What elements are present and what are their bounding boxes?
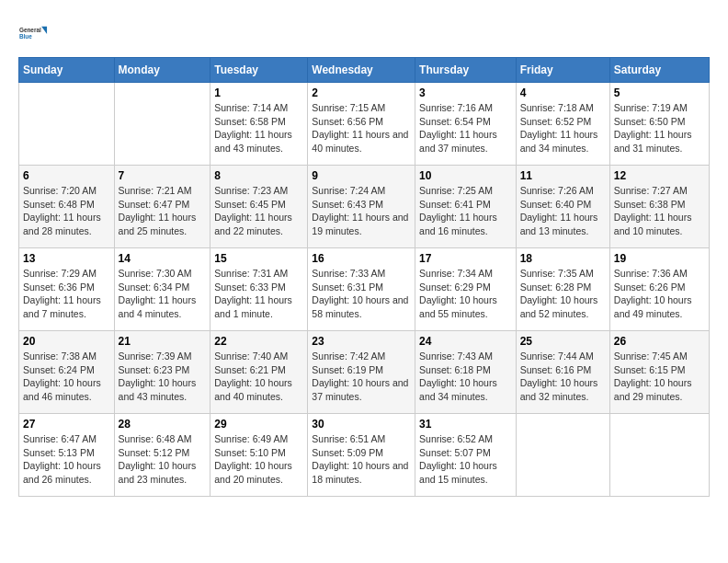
day-info: Sunrise: 7:39 AMSunset: 6:23 PMDaylight:… <box>119 350 207 404</box>
day-info: Sunrise: 7:35 AMSunset: 6:28 PMDaylight:… <box>520 267 606 321</box>
day-number: 28 <box>119 418 207 431</box>
day-number: 7 <box>119 169 207 182</box>
calendar-header-row: SundayMondayTuesdayWednesdayThursdayFrid… <box>19 58 710 83</box>
calendar-cell: 4Sunrise: 7:18 AMSunset: 6:52 PMDaylight… <box>516 83 609 166</box>
calendar-cell: 5Sunrise: 7:19 AMSunset: 6:50 PMDaylight… <box>609 83 709 166</box>
calendar-cell: 11Sunrise: 7:26 AMSunset: 6:40 PMDayligh… <box>516 166 609 248</box>
day-number: 1 <box>214 86 303 99</box>
calendar-cell: 16Sunrise: 7:33 AMSunset: 6:31 PMDayligh… <box>308 248 415 331</box>
day-info: Sunrise: 7:45 AMSunset: 6:15 PMDaylight:… <box>614 350 705 404</box>
calendar-week-row: 27Sunrise: 6:47 AMSunset: 5:13 PMDayligh… <box>19 414 710 497</box>
day-number: 24 <box>419 335 512 348</box>
calendar-cell: 14Sunrise: 7:30 AMSunset: 6:34 PMDayligh… <box>114 248 210 331</box>
day-number: 6 <box>23 169 110 182</box>
day-header-sunday: Sunday <box>19 58 115 83</box>
day-header-wednesday: Wednesday <box>308 58 415 83</box>
day-info: Sunrise: 7:23 AMSunset: 6:45 PMDaylight:… <box>214 184 303 238</box>
calendar-week-row: 20Sunrise: 7:38 AMSunset: 6:24 PMDayligh… <box>19 331 710 414</box>
day-number: 3 <box>419 86 512 99</box>
logo: GeneralBlue <box>18 18 48 48</box>
calendar-cell: 19Sunrise: 7:36 AMSunset: 6:26 PMDayligh… <box>609 248 709 331</box>
day-number: 26 <box>614 335 705 348</box>
calendar-cell: 17Sunrise: 7:34 AMSunset: 6:29 PMDayligh… <box>415 248 517 331</box>
day-info: Sunrise: 7:29 AMSunset: 6:36 PMDaylight:… <box>23 267 110 321</box>
day-info: Sunrise: 6:47 AMSunset: 5:13 PMDaylight:… <box>23 432 110 487</box>
svg-text:Blue: Blue <box>19 33 32 40</box>
day-number: 16 <box>312 252 411 265</box>
day-number: 22 <box>214 335 303 348</box>
day-number: 19 <box>614 252 705 265</box>
calendar-cell <box>609 414 709 497</box>
day-number: 23 <box>312 335 411 348</box>
day-number: 9 <box>312 169 411 182</box>
calendar-cell: 27Sunrise: 6:47 AMSunset: 5:13 PMDayligh… <box>19 414 115 497</box>
calendar-table: SundayMondayTuesdayWednesdayThursdayFrid… <box>18 57 710 497</box>
day-info: Sunrise: 7:42 AMSunset: 6:19 PMDaylight:… <box>312 350 411 404</box>
calendar-cell: 9Sunrise: 7:24 AMSunset: 6:43 PMDaylight… <box>308 166 415 248</box>
calendar-week-row: 13Sunrise: 7:29 AMSunset: 6:36 PMDayligh… <box>19 248 710 331</box>
calendar-cell: 12Sunrise: 7:27 AMSunset: 6:38 PMDayligh… <box>609 166 709 248</box>
day-info: Sunrise: 7:21 AMSunset: 6:47 PMDaylight:… <box>119 184 207 238</box>
calendar-cell: 1Sunrise: 7:14 AMSunset: 6:58 PMDaylight… <box>210 83 308 166</box>
calendar-cell: 6Sunrise: 7:20 AMSunset: 6:48 PMDaylight… <box>19 166 115 248</box>
day-info: Sunrise: 6:52 AMSunset: 5:07 PMDaylight:… <box>419 432 512 487</box>
calendar-cell: 18Sunrise: 7:35 AMSunset: 6:28 PMDayligh… <box>516 248 609 331</box>
calendar-cell: 3Sunrise: 7:16 AMSunset: 6:54 PMDaylight… <box>415 83 517 166</box>
calendar-cell: 29Sunrise: 6:49 AMSunset: 5:10 PMDayligh… <box>210 414 308 497</box>
page-header: GeneralBlue <box>18 18 710 48</box>
calendar-cell <box>516 414 609 497</box>
day-number: 30 <box>312 418 411 431</box>
calendar-cell: 25Sunrise: 7:44 AMSunset: 6:16 PMDayligh… <box>516 331 609 414</box>
svg-marker-2 <box>41 27 47 34</box>
calendar-cell: 26Sunrise: 7:45 AMSunset: 6:15 PMDayligh… <box>609 331 709 414</box>
day-header-friday: Friday <box>516 58 609 83</box>
day-info: Sunrise: 7:24 AMSunset: 6:43 PMDaylight:… <box>312 184 411 238</box>
day-info: Sunrise: 7:31 AMSunset: 6:33 PMDaylight:… <box>214 267 303 321</box>
calendar-cell <box>19 83 115 166</box>
day-number: 5 <box>614 86 705 99</box>
day-info: Sunrise: 7:18 AMSunset: 6:52 PMDaylight:… <box>520 101 606 155</box>
day-header-monday: Monday <box>114 58 210 83</box>
day-header-tuesday: Tuesday <box>210 58 308 83</box>
calendar-cell: 24Sunrise: 7:43 AMSunset: 6:18 PMDayligh… <box>415 331 517 414</box>
logo-icon: GeneralBlue <box>18 18 48 48</box>
day-info: Sunrise: 7:43 AMSunset: 6:18 PMDaylight:… <box>419 350 512 404</box>
calendar-cell: 23Sunrise: 7:42 AMSunset: 6:19 PMDayligh… <box>308 331 415 414</box>
calendar-cell: 22Sunrise: 7:40 AMSunset: 6:21 PMDayligh… <box>210 331 308 414</box>
day-info: Sunrise: 7:30 AMSunset: 6:34 PMDaylight:… <box>119 267 207 321</box>
day-number: 31 <box>419 418 512 431</box>
day-number: 17 <box>419 252 512 265</box>
calendar-cell: 8Sunrise: 7:23 AMSunset: 6:45 PMDaylight… <box>210 166 308 248</box>
day-number: 13 <box>23 252 110 265</box>
calendar-week-row: 1Sunrise: 7:14 AMSunset: 6:58 PMDaylight… <box>19 83 710 166</box>
day-info: Sunrise: 7:14 AMSunset: 6:58 PMDaylight:… <box>214 101 303 155</box>
day-info: Sunrise: 6:51 AMSunset: 5:09 PMDaylight:… <box>312 432 411 487</box>
day-number: 18 <box>520 252 606 265</box>
day-info: Sunrise: 7:15 AMSunset: 6:56 PMDaylight:… <box>312 101 411 155</box>
calendar-cell: 10Sunrise: 7:25 AMSunset: 6:41 PMDayligh… <box>415 166 517 248</box>
day-number: 8 <box>214 169 303 182</box>
calendar-cell: 20Sunrise: 7:38 AMSunset: 6:24 PMDayligh… <box>19 331 115 414</box>
day-number: 12 <box>614 169 705 182</box>
day-number: 15 <box>214 252 303 265</box>
day-number: 4 <box>520 86 606 99</box>
calendar-cell: 15Sunrise: 7:31 AMSunset: 6:33 PMDayligh… <box>210 248 308 331</box>
calendar-cell: 7Sunrise: 7:21 AMSunset: 6:47 PMDaylight… <box>114 166 210 248</box>
day-number: 25 <box>520 335 606 348</box>
day-info: Sunrise: 7:33 AMSunset: 6:31 PMDaylight:… <box>312 267 411 321</box>
day-info: Sunrise: 7:20 AMSunset: 6:48 PMDaylight:… <box>23 184 110 238</box>
day-info: Sunrise: 7:16 AMSunset: 6:54 PMDaylight:… <box>419 101 512 155</box>
day-info: Sunrise: 7:19 AMSunset: 6:50 PMDaylight:… <box>614 101 705 155</box>
calendar-cell: 31Sunrise: 6:52 AMSunset: 5:07 PMDayligh… <box>415 414 517 497</box>
day-info: Sunrise: 6:49 AMSunset: 5:10 PMDaylight:… <box>214 432 303 487</box>
day-number: 21 <box>119 335 207 348</box>
day-info: Sunrise: 7:40 AMSunset: 6:21 PMDaylight:… <box>214 350 303 404</box>
day-info: Sunrise: 7:36 AMSunset: 6:26 PMDaylight:… <box>614 267 705 321</box>
calendar-cell: 13Sunrise: 7:29 AMSunset: 6:36 PMDayligh… <box>19 248 115 331</box>
svg-text:General: General <box>19 27 41 33</box>
day-info: Sunrise: 7:34 AMSunset: 6:29 PMDaylight:… <box>419 267 512 321</box>
day-info: Sunrise: 6:48 AMSunset: 5:12 PMDaylight:… <box>119 432 207 487</box>
day-info: Sunrise: 7:44 AMSunset: 6:16 PMDaylight:… <box>520 350 606 404</box>
day-info: Sunrise: 7:38 AMSunset: 6:24 PMDaylight:… <box>23 350 110 404</box>
calendar-cell <box>114 83 210 166</box>
